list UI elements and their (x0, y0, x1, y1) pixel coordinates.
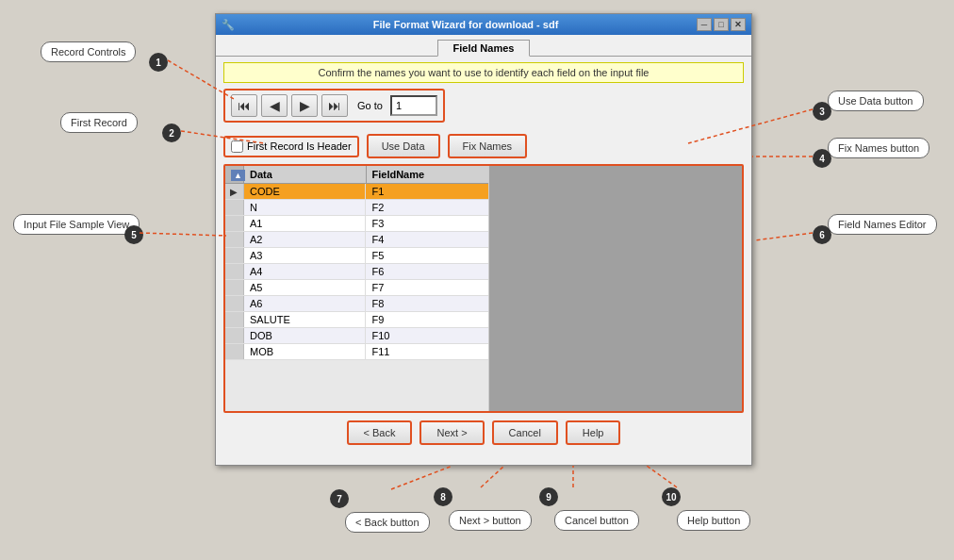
badge-7: 7 (330, 489, 349, 508)
row-indicator (225, 312, 244, 327)
table-row[interactable]: MOB F11 (225, 344, 488, 360)
header-indicator: ▲ (225, 166, 244, 183)
back-button[interactable]: < Back (347, 420, 413, 445)
row-fieldname: F1 (366, 184, 488, 199)
svg-line-6 (391, 466, 452, 489)
annotation-field-names-editor: Field Names Editor (828, 214, 937, 235)
row-data: A3 (244, 248, 367, 263)
bottom-buttons: < Back Next > Cancel Help (223, 413, 744, 453)
svg-line-9 (647, 466, 677, 487)
annotation-use-data: Use Data button (828, 91, 924, 111)
window-title: File Format Wizard for download - sdf (373, 19, 559, 30)
annotation-input-file: Input File Sample View (13, 214, 140, 235)
row-fieldname: F5 (366, 248, 488, 263)
table-row[interactable]: DOB F10 (225, 328, 488, 344)
first-record-header-checkbox[interactable] (231, 140, 243, 153)
row-indicator (225, 344, 244, 359)
info-bar: Confirm the names you want to use to ide… (223, 62, 744, 83)
row-indicator (225, 264, 244, 279)
annotation-first-record: First Record (60, 112, 138, 133)
table-row[interactable]: A2 F4 (225, 232, 488, 248)
row-indicator (225, 200, 244, 215)
title-bar: 🔧 File Format Wizard for download - sdf … (216, 14, 751, 35)
row-indicator (225, 280, 244, 295)
table-row[interactable]: A6 F8 (225, 296, 488, 312)
svg-line-5 (754, 233, 813, 240)
header-fieldname: FieldName (367, 166, 489, 183)
row-data: A1 (244, 216, 367, 231)
row-data: A5 (244, 280, 367, 295)
row-fieldname: F6 (366, 264, 488, 279)
tab-field-names[interactable]: Field Names (437, 40, 531, 57)
annotation-next-btn: Next > button (449, 510, 532, 531)
grid-header: ▲ Data FieldName (225, 166, 488, 184)
row-indicator: ▶ (225, 184, 244, 199)
table-row[interactable]: A4 F6 (225, 264, 488, 280)
title-bar-icon: 🔧 (222, 19, 235, 31)
row-indicator (225, 248, 244, 263)
grid-right-panel (489, 166, 742, 411)
badge-5: 5 (124, 225, 143, 244)
close-button[interactable]: ✕ (731, 18, 746, 31)
row-indicator (225, 296, 244, 311)
row-fieldname: F9 (366, 312, 488, 327)
table-row[interactable]: A3 F5 (225, 248, 488, 264)
badge-9: 9 (539, 487, 558, 506)
row-fieldname: F2 (366, 200, 488, 215)
record-controls-group: ⏮ ◀ ▶ ⏭ Go to (223, 89, 445, 123)
prev-record-button[interactable]: ◀ (261, 94, 288, 117)
row-fieldname: F10 (366, 328, 488, 343)
wizard-content: Confirm the names you want to use to ide… (216, 57, 751, 458)
annotation-back-btn: < Back button (345, 512, 430, 533)
fix-names-button[interactable]: Fix Names (448, 134, 528, 158)
badge-1: 1 (149, 53, 168, 72)
row-data: MOB (244, 344, 367, 359)
row-data: A6 (244, 296, 367, 311)
first-record-button[interactable]: ⏮ (231, 94, 257, 117)
svg-line-7 (481, 466, 504, 487)
use-data-button[interactable]: Use Data (367, 134, 440, 158)
data-grid-container: ▲ Data FieldName ▶ CODE F1 N F2 A1 F3 A2… (223, 164, 744, 413)
last-record-button[interactable]: ⏭ (321, 94, 348, 117)
goto-input[interactable] (390, 95, 437, 116)
table-row[interactable]: SALUTE F9 (225, 312, 488, 328)
annotation-cancel-btn: Cancel button (554, 510, 639, 531)
table-row[interactable]: ▶ CODE F1 (225, 184, 488, 200)
svg-line-4 (140, 233, 226, 236)
row-data: A4 (244, 264, 367, 279)
grid-rows: ▶ CODE F1 N F2 A1 F3 A2 F4 A3 F5 A4 F6 A… (225, 184, 488, 360)
badge-8: 8 (434, 487, 452, 506)
table-row[interactable]: A5 F7 (225, 280, 488, 296)
first-record-header-label[interactable]: First Record Is Header (247, 140, 352, 152)
row-data: CODE (244, 184, 367, 199)
badge-6: 6 (813, 225, 831, 244)
row-fieldname: F11 (366, 344, 488, 359)
help-button[interactable]: Help (566, 420, 621, 445)
row-data: A2 (244, 232, 367, 247)
row-indicator (225, 328, 244, 343)
row-fieldname: F4 (366, 232, 488, 247)
row-fieldname: F8 (366, 296, 488, 311)
next-nav-button[interactable]: ▶ (291, 94, 318, 117)
annotation-record-controls: Record Controls (41, 41, 136, 62)
table-row[interactable]: N F2 (225, 200, 488, 216)
data-grid[interactable]: ▲ Data FieldName ▶ CODE F1 N F2 A1 F3 A2… (225, 166, 489, 411)
row-fieldname: F7 (366, 280, 488, 295)
next-button[interactable]: Next > (419, 420, 484, 445)
wizard-window: 🔧 File Format Wizard for download - sdf … (215, 13, 752, 466)
restore-button[interactable]: □ (714, 18, 729, 31)
badge-2: 2 (162, 124, 181, 142)
row-indicator (225, 216, 244, 231)
minimize-button[interactable]: ─ (697, 18, 712, 31)
table-row[interactable]: A1 F3 (225, 216, 488, 232)
header-data: Data (244, 166, 367, 183)
cancel-button[interactable]: Cancel (492, 420, 558, 445)
row-fieldname: F3 (366, 216, 488, 231)
goto-label: Go to (357, 100, 383, 111)
options-row: First Record Is Header Use Data Fix Name… (223, 134, 744, 158)
first-record-header-group: First Record Is Header (223, 136, 359, 157)
row-data: DOB (244, 328, 367, 343)
row-data: SALUTE (244, 312, 367, 327)
row-data: N (244, 200, 367, 215)
annotation-fix-names: Fix Names button (828, 138, 929, 158)
